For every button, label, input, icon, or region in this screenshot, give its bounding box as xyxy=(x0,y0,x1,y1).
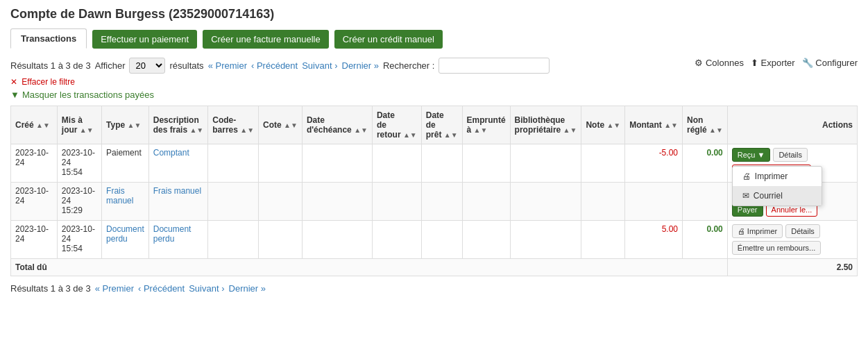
bottom-next-link[interactable]: Suivant › xyxy=(189,283,224,294)
cell-cree-2: 2023-10-24 xyxy=(11,183,58,221)
colonnes-link[interactable]: Colonnes xyxy=(695,58,744,68)
cell-montant-2 xyxy=(625,183,683,221)
export-icon: ⬆ xyxy=(751,58,758,68)
prev-page-link[interactable]: ‹ Précédent xyxy=(251,60,298,71)
cell-cree-1: 2023-10-24 xyxy=(11,144,58,183)
cell-maj-3: 2023-10-2415:54 xyxy=(57,221,101,259)
dropdown-arrow-icon: ▼ xyxy=(757,151,765,159)
cell-retour-3 xyxy=(372,221,421,259)
colonnes-label: Colonnes xyxy=(706,58,744,68)
bottom-last-link[interactable]: Dernier » xyxy=(229,283,266,294)
bottom-first-link[interactable]: « Premier xyxy=(95,283,134,294)
desc-link-1[interactable]: Comptant xyxy=(153,148,189,158)
exporter-link[interactable]: ⬆ Exporter xyxy=(751,58,795,68)
details-button-3[interactable]: Détails xyxy=(785,224,820,238)
desc-link-2[interactable]: Frais manuel xyxy=(153,186,201,196)
col-type: Type ▲▼ xyxy=(102,106,149,144)
dropdown-imprimer[interactable]: 🖨 Imprimer xyxy=(733,167,822,186)
display-label: Afficher xyxy=(95,60,126,71)
sort-type[interactable]: ▲▼ xyxy=(128,121,142,129)
clear-filter[interactable]: Effacer le filtre xyxy=(10,77,77,87)
print-icon: 🖨 xyxy=(742,171,751,181)
sort-mis[interactable]: ▲▼ xyxy=(80,126,94,134)
cell-maj-1: 2023-10-2415:54 xyxy=(57,144,101,183)
creer-credit-button[interactable]: Créer un crédit manuel xyxy=(334,30,443,49)
cell-emprunte-3 xyxy=(462,221,510,259)
col-code-barres: Code-barres ▲▼ xyxy=(208,106,259,144)
sort-non-regle[interactable]: ▲▼ xyxy=(709,126,723,134)
cell-desc-1: Comptant xyxy=(148,144,208,183)
effectuer-paiement-button[interactable]: Effectuer un paiement xyxy=(92,30,197,49)
sort-cree[interactable]: ▲▼ xyxy=(36,121,50,129)
cell-non-regle-1: 0.00 xyxy=(682,144,727,183)
emettre-button-3[interactable]: Émettre un rembours... xyxy=(732,241,822,255)
cell-montant-3: 5.00 xyxy=(625,221,683,259)
cell-desc-3: Documentperdu xyxy=(148,221,208,259)
x-icon xyxy=(10,77,17,87)
cell-cote-3 xyxy=(259,221,303,259)
type-link-2[interactable]: Fraismanuel xyxy=(106,186,133,205)
table-row: 2023-10-24 2023-10-2415:29 Fraismanuel F… xyxy=(11,183,858,221)
desc-link-3[interactable]: Documentperdu xyxy=(153,224,192,244)
cell-note-2 xyxy=(581,183,625,221)
cell-type-3: Documentperdu xyxy=(102,221,149,259)
filter-icon: ▼ xyxy=(10,90,19,100)
bottom-prev-link[interactable]: ‹ Précédent xyxy=(138,283,185,294)
cell-actions-3: 🖨 Imprimer Détails Émettre un rembours..… xyxy=(727,221,857,259)
bottom-results-summary: Résultats 1 à 3 de 3 xyxy=(10,283,91,294)
search-input[interactable] xyxy=(439,58,550,74)
sort-echeance[interactable]: ▲▼ xyxy=(354,126,368,134)
sort-note[interactable]: ▲▼ xyxy=(606,121,620,129)
dropdown-courriel[interactable]: ✉ Courriel xyxy=(733,186,822,205)
col-date-pret: Datedeprêt ▲▼ xyxy=(421,106,462,144)
cell-pret-3 xyxy=(421,221,462,259)
table-row: 2023-10-24 2023-10-2415:54 Documentperdu… xyxy=(11,221,858,259)
table-row: 2023-10-24 2023-10-2415:54 Paiement Comp… xyxy=(11,144,858,183)
cell-cote-2 xyxy=(259,183,303,221)
total-label: Total dû xyxy=(11,259,728,276)
imprimer-button-3[interactable]: 🖨 Imprimer xyxy=(732,224,783,238)
filter-toggle[interactable]: ▼ Masquer les transactions payées xyxy=(10,90,858,100)
display-select[interactable]: 20 50 100 xyxy=(129,58,165,74)
courriel-label: Courriel xyxy=(754,191,783,201)
col-bibliotheque: Bibliothèquepropriétaire ▲▼ xyxy=(510,106,581,144)
configurer-link[interactable]: 🔧 Configurer xyxy=(802,58,858,68)
action-buttons-1: Reçu ▼ 🖨 Imprimer ✉ Courriel xyxy=(732,148,853,178)
sort-retour[interactable]: ▲▼ xyxy=(403,131,417,139)
cell-retour-1 xyxy=(372,144,421,183)
sort-emprunte[interactable]: ▲▼ xyxy=(474,126,488,134)
exporter-label: Exporter xyxy=(761,58,795,68)
last-page-link[interactable]: Dernier » xyxy=(342,60,379,71)
next-page-link[interactable]: Suivant › xyxy=(302,60,337,71)
top-actions: Colonnes ⬆ Exporter 🔧 Configurer xyxy=(695,58,858,68)
cell-cree-3: 2023-10-24 xyxy=(11,221,58,259)
search-label: Rechercher : xyxy=(383,60,434,71)
details-button-1[interactable]: Détails xyxy=(773,148,808,162)
sort-cote[interactable]: ▲▼ xyxy=(284,121,298,129)
total-amount: 2.50 xyxy=(727,259,857,276)
page-title: Compte de Dawn Burgess (23529000714163) xyxy=(10,7,858,22)
sort-cb[interactable]: ▲▼ xyxy=(240,126,254,134)
col-mis-a-jour: Mis àjour ▲▼ xyxy=(57,106,101,144)
cell-retour-2 xyxy=(372,183,421,221)
gear-icon xyxy=(695,58,703,68)
cell-emprunte-2 xyxy=(462,183,510,221)
creer-facture-button[interactable]: Créer une facture manuelle xyxy=(203,30,329,49)
tab-transactions[interactable]: Transactions xyxy=(10,28,87,49)
cell-actions-1: Reçu ▼ 🖨 Imprimer ✉ Courriel xyxy=(727,144,857,183)
toolbar: Transactions Effectuer un paiement Créer… xyxy=(10,28,858,49)
type-link-3[interactable]: Documentperdu xyxy=(106,224,144,244)
cell-bib-3 xyxy=(510,221,581,259)
recu-dropdown-button[interactable]: Reçu ▼ xyxy=(732,148,771,162)
transactions-table: Créé ▲▼ Mis àjour ▲▼ Type ▲▼ Description… xyxy=(10,106,858,276)
cell-echeance-1 xyxy=(302,144,372,183)
sort-pret[interactable]: ▲▼ xyxy=(444,131,458,139)
cell-type-1: Paiement xyxy=(102,144,149,183)
cell-bib-2 xyxy=(510,183,581,221)
results-label: résultats xyxy=(169,60,203,71)
sort-bib[interactable]: ▲▼ xyxy=(563,126,577,134)
sort-desc[interactable]: ▲▼ xyxy=(189,126,203,134)
cell-note-3 xyxy=(581,221,625,259)
first-page-link[interactable]: « Premier xyxy=(208,60,247,71)
sort-montant[interactable]: ▲▼ xyxy=(664,121,678,129)
